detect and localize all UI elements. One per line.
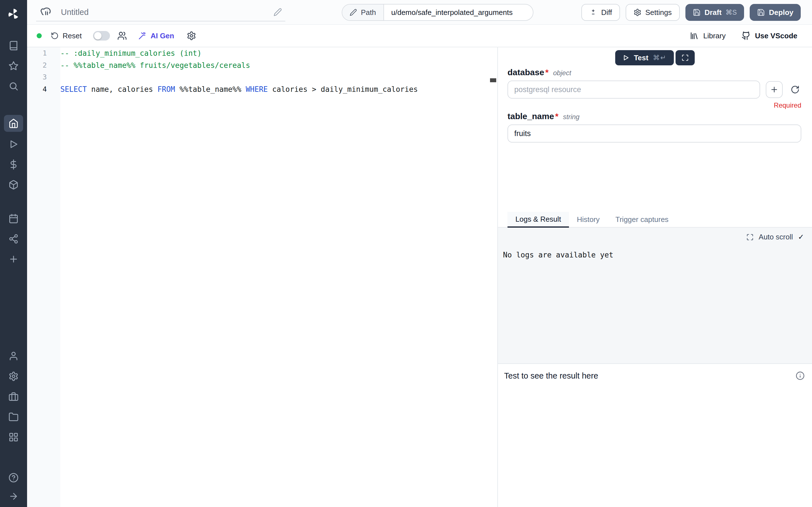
deploy-button[interactable]: Deploy — [750, 4, 801, 21]
save-icon — [757, 8, 765, 16]
table-name-field-block: table_name * string — [507, 112, 801, 143]
database-field-label: database * object — [507, 68, 801, 77]
test-label: Test — [634, 54, 649, 62]
top-header: Untitled Path u/demo/safe_interpolated_a… — [27, 0, 812, 25]
fullscreen-test-button[interactable] — [675, 50, 695, 65]
database-field-row — [507, 80, 801, 99]
status-dot — [37, 33, 42, 38]
editor-settings-gear-icon[interactable] — [187, 31, 196, 41]
refresh-resources-button[interactable] — [791, 85, 800, 94]
result-hint: Test to see the result here — [504, 371, 598, 381]
table-name-field-label: table_name * string — [507, 112, 801, 121]
flows-share-icon[interactable] — [4, 230, 23, 247]
refresh-icon — [791, 85, 800, 94]
app-root: Untitled Path u/demo/safe_interpolated_a… — [0, 0, 812, 507]
database-field-block: database * object Required — [507, 68, 801, 109]
help-icon[interactable] — [4, 469, 23, 486]
edit-title-pencil-icon[interactable] — [273, 8, 282, 16]
home-icon[interactable] — [4, 115, 23, 132]
line-number: 2 — [27, 59, 60, 71]
create-plus-icon[interactable] — [4, 251, 23, 268]
reset-label: Reset — [63, 32, 82, 40]
apps-grid-icon[interactable] — [4, 429, 23, 446]
code-line[interactable]: 4SELECT name, calories FROM %%table_name… — [27, 83, 497, 96]
code-text: SELECT name, calories FROM %%table_name%… — [60, 83, 418, 96]
users-icon[interactable] — [117, 31, 127, 41]
reset-button[interactable]: Reset — [51, 32, 82, 40]
use-vscode-button[interactable]: Use VScode — [742, 31, 797, 40]
play-icon — [622, 54, 629, 61]
diff-icon — [589, 8, 597, 16]
auto-scroll-label[interactable]: Auto scroll — [759, 233, 793, 241]
folders-icon[interactable] — [4, 408, 23, 425]
runs-play-icon[interactable] — [4, 136, 23, 153]
resources-package-icon[interactable] — [4, 176, 23, 193]
favorites-star-icon[interactable] — [4, 57, 23, 74]
logs-controls: Auto scroll ✓ — [746, 233, 804, 241]
ai-gen-button[interactable]: AI Gen — [138, 32, 174, 40]
usage-dollar-icon[interactable] — [4, 156, 23, 173]
toolbar-right: Library Use VScode — [690, 31, 797, 40]
logs-empty-message: No logs are available yet — [503, 251, 613, 259]
library-button[interactable]: Library — [690, 31, 725, 40]
settings-gear-icon[interactable] — [4, 368, 23, 385]
library-icon — [690, 31, 699, 40]
code-line[interactable]: 2-- %%table_name%% fruits/vegetables/cer… — [27, 59, 497, 71]
use-vscode-label: Use VScode — [755, 32, 797, 40]
diff-label: Diff — [601, 8, 612, 17]
add-resource-button[interactable] — [766, 81, 783, 98]
table-name-field-row — [507, 124, 801, 143]
draft-shortcut: ⌘S — [725, 8, 737, 16]
script-title[interactable]: Untitled — [61, 8, 273, 17]
draft-label: Draft — [705, 8, 722, 17]
table-name-input[interactable] — [507, 124, 801, 143]
diff-button[interactable]: Diff — [581, 4, 620, 21]
github-icon — [742, 31, 751, 40]
path-value[interactable]: u/demo/safe_interpolated_arguments — [384, 4, 520, 20]
script-title-field[interactable]: Untitled — [36, 3, 285, 21]
ai-gen-label: AI Gen — [151, 32, 174, 40]
tab-history[interactable]: History — [569, 212, 608, 227]
user-icon[interactable] — [4, 348, 23, 364]
auto-scroll-check-icon[interactable]: ✓ — [798, 233, 804, 241]
path-label: Path — [361, 8, 376, 17]
edit-path-pencil-icon — [350, 9, 357, 16]
overview-ruler-cursor-mark — [490, 78, 496, 82]
docs-icon[interactable] — [4, 37, 23, 54]
path-label-segment[interactable]: Path — [342, 4, 384, 20]
editor-toolbar: Reset AI Gen Library Use VScode — [27, 25, 812, 47]
collapse-arrow-icon[interactable] — [4, 488, 23, 505]
test-button[interactable]: Test ⌘↵ — [615, 50, 674, 65]
test-shortcut: ⌘↵ — [653, 54, 666, 62]
maximize-icon — [681, 54, 689, 61]
settings-button[interactable]: Settings — [626, 4, 680, 21]
search-icon[interactable] — [4, 78, 23, 95]
database-input[interactable] — [507, 80, 760, 99]
wand-icon — [138, 32, 147, 40]
tab-logs-result[interactable]: Logs & Result — [507, 212, 569, 228]
library-label: Library — [703, 32, 725, 40]
schedules-calendar-icon[interactable] — [4, 210, 23, 227]
workers-briefcase-icon[interactable] — [4, 388, 23, 405]
save-icon — [693, 8, 701, 16]
windmill-logo-icon[interactable] — [4, 6, 23, 22]
required-hint: Required — [507, 101, 801, 109]
collab-toggle[interactable] — [93, 31, 110, 41]
required-asterisk: * — [545, 68, 549, 77]
line-number: 4 — [27, 83, 60, 96]
tab-trigger-captures[interactable]: Trigger captures — [608, 212, 676, 227]
code-editor[interactable]: 1-- :daily_minimum_calories (int)2-- %%t… — [27, 47, 497, 507]
path-field[interactable]: Path u/demo/safe_interpolated_arguments — [342, 4, 534, 21]
header-actions: Diff Settings Draft ⌘S Deploy — [581, 4, 801, 21]
expand-logs-icon[interactable] — [746, 233, 754, 241]
code-line[interactable]: 3 — [27, 71, 497, 83]
info-icon[interactable] — [796, 371, 805, 380]
deploy-label: Deploy — [769, 8, 794, 17]
draft-button[interactable]: Draft ⌘S — [686, 4, 744, 21]
code-editor-lines: 1-- :daily_minimum_calories (int)2-- %%t… — [27, 47, 497, 95]
code-line[interactable]: 1-- :daily_minimum_calories (int) — [27, 47, 497, 59]
toggle-knob — [94, 32, 101, 40]
line-number: 1 — [27, 47, 60, 59]
code-text: -- :daily_minimum_calories (int) — [60, 47, 202, 59]
reset-icon — [51, 32, 59, 40]
